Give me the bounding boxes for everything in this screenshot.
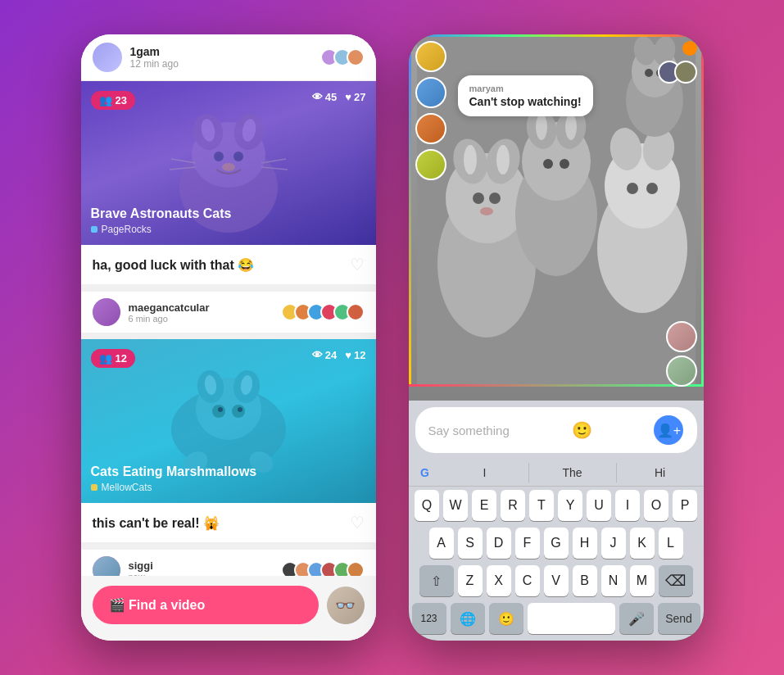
video-fullscreen: maryam Can't stop watching! Say somethin… xyxy=(409,34,704,641)
top-user-avatar xyxy=(93,43,122,72)
color-border-bottom xyxy=(409,384,704,387)
key-row-4: 123 🌐 🙂 🎤 Send xyxy=(412,603,700,634)
find-video-button[interactable]: 🎬 Find a video xyxy=(93,586,319,624)
stats-badge-1: 👁45 ♥27 xyxy=(312,91,366,103)
key-K[interactable]: K xyxy=(630,528,655,559)
likes-stat-1: ♥27 xyxy=(345,91,365,103)
key-R[interactable]: R xyxy=(501,490,525,521)
heart-icon-1[interactable]: ♡ xyxy=(350,255,365,274)
key-Z[interactable]: Z xyxy=(458,565,483,596)
user-info-1: maegancatcular 6 min ago xyxy=(129,301,210,324)
top-user-time: 12 min ago xyxy=(130,58,312,70)
top-right-items xyxy=(658,41,697,84)
key-C[interactable]: C xyxy=(515,565,540,596)
key-Y[interactable]: Y xyxy=(558,490,582,521)
svg-point-6 xyxy=(214,152,224,161)
heart-icon-2[interactable]: ♡ xyxy=(350,513,365,532)
key-A[interactable]: A xyxy=(429,528,454,559)
key-W[interactable]: W xyxy=(443,490,468,521)
autocomplete-word-1[interactable]: I xyxy=(442,463,529,482)
viewer-avatar-2 xyxy=(415,77,446,108)
top-right-avatars xyxy=(658,61,697,84)
svg-point-7 xyxy=(233,152,243,161)
add-friend-button[interactable]: 👤+ xyxy=(654,415,683,445)
key-X[interactable]: X xyxy=(487,565,511,596)
svg-point-34 xyxy=(480,207,493,215)
key-O[interactable]: O xyxy=(644,490,668,521)
comment-bar-1: ha, good luck with that 😂 ♡ xyxy=(81,245,376,284)
feed-top-bar: 1gam 12 min ago xyxy=(81,34,376,81)
emoji-icon[interactable]: 🙂 xyxy=(572,420,592,440)
key-T[interactable]: T xyxy=(529,490,554,521)
top-user-info: 1gam 12 min ago xyxy=(130,45,312,70)
input-icons: 🙂 xyxy=(572,420,592,440)
find-video-avatar: 👓 xyxy=(327,587,365,624)
bottom-viewer-1 xyxy=(666,321,697,352)
orange-dot xyxy=(682,41,697,56)
svg-point-8 xyxy=(222,163,235,171)
key-space[interactable] xyxy=(528,603,615,634)
autocomplete-word-2[interactable]: The xyxy=(529,463,617,482)
card-channel-1: PageRocks xyxy=(91,224,232,235)
key-U[interactable]: U xyxy=(587,490,611,521)
key-shift[interactable]: ⇧ xyxy=(419,565,454,596)
video-card-2[interactable]: 👥12 👁24 ♥12 Cats Eating Marshmallows Mel… xyxy=(81,339,376,542)
username-1: maegancatcular xyxy=(129,301,210,314)
key-J[interactable]: J xyxy=(601,528,626,559)
viewer-avatars-left xyxy=(415,41,446,180)
user-avatar-1 xyxy=(93,298,120,326)
key-row-2: A S D F G H J K L xyxy=(412,528,700,559)
user-time-1: 6 min ago xyxy=(129,314,210,324)
key-globe[interactable]: 🌐 xyxy=(451,603,485,634)
key-D[interactable]: D xyxy=(487,528,511,559)
video-thumbnail-2: 👥12 👁24 ♥12 Cats Eating Marshmallows Mel… xyxy=(81,339,376,503)
key-mic[interactable]: 🎤 xyxy=(619,603,654,634)
key-P[interactable]: P xyxy=(673,490,697,521)
viewer-avatar-3 xyxy=(415,113,446,144)
key-F[interactable]: F xyxy=(515,528,540,559)
key-E[interactable]: E xyxy=(472,490,496,521)
bubble-message: Can't stop watching! xyxy=(469,95,582,108)
comment-text-1: ha, good luck with that 😂 xyxy=(93,257,255,273)
color-border-top xyxy=(409,34,704,37)
likes-stat-2: ♥12 xyxy=(345,349,365,361)
key-S[interactable]: S xyxy=(458,528,483,559)
svg-point-33 xyxy=(489,193,501,204)
key-G[interactable]: G xyxy=(544,528,569,559)
input-placeholder: Say something xyxy=(428,424,510,437)
key-delete[interactable]: ⌫ xyxy=(659,565,693,596)
key-V[interactable]: V xyxy=(544,565,569,596)
key-N[interactable]: N xyxy=(601,565,626,596)
key-emoji-keyboard[interactable]: 🙂 xyxy=(489,603,523,634)
say-something-bar[interactable]: Say something 🙂 👤+ xyxy=(415,407,697,453)
card-title-1: Brave Astronauts Cats xyxy=(91,206,232,221)
mini-avatars-1 xyxy=(286,303,365,321)
card-title-2: Cats Eating Marshmallows xyxy=(91,464,257,479)
card-channel-2: MellowCats xyxy=(91,482,257,493)
svg-point-22 xyxy=(238,407,242,412)
top-right-av-2 xyxy=(674,61,697,84)
autocomplete-bar: G I The Hi xyxy=(409,460,704,487)
key-L[interactable]: L xyxy=(659,528,683,559)
autocomplete-word-3[interactable]: Hi xyxy=(617,463,704,482)
key-H[interactable]: H xyxy=(573,528,597,559)
right-phone: maryam Can't stop watching! Say somethin… xyxy=(409,34,704,641)
video-thumbnail-1: 👥23 👁45 ♥27 Brave Astronauts Cats PageRo… xyxy=(81,81,376,245)
feed-container: 1gam 12 min ago xyxy=(81,34,376,641)
svg-point-21 xyxy=(218,407,223,412)
key-send[interactable]: Send xyxy=(658,603,700,634)
comment-bar-2: this can't be real! 🙀 ♡ xyxy=(81,503,376,542)
video-card-1[interactable]: 👥23 👁45 ♥27 Brave Astronauts Cats PageRo… xyxy=(81,81,376,284)
key-row-1: Q W E R T Y U I O P xyxy=(412,490,700,521)
viewers-badge-1: 👥23 xyxy=(91,91,135,110)
key-B[interactable]: B xyxy=(573,565,597,596)
bubble-username: maryam xyxy=(469,84,582,93)
key-M[interactable]: M xyxy=(630,565,655,596)
find-video-bar: 🎬 Find a video 👓 xyxy=(81,576,376,641)
key-numbers[interactable]: 123 xyxy=(412,603,446,634)
channel-dot-1 xyxy=(91,226,97,233)
views-stat-2: 👁24 xyxy=(312,349,337,361)
key-Q[interactable]: Q xyxy=(415,490,439,521)
key-I[interactable]: I xyxy=(615,490,640,521)
keyboard-rows: Q W E R T Y U I O P A S D F G xyxy=(409,487,704,634)
